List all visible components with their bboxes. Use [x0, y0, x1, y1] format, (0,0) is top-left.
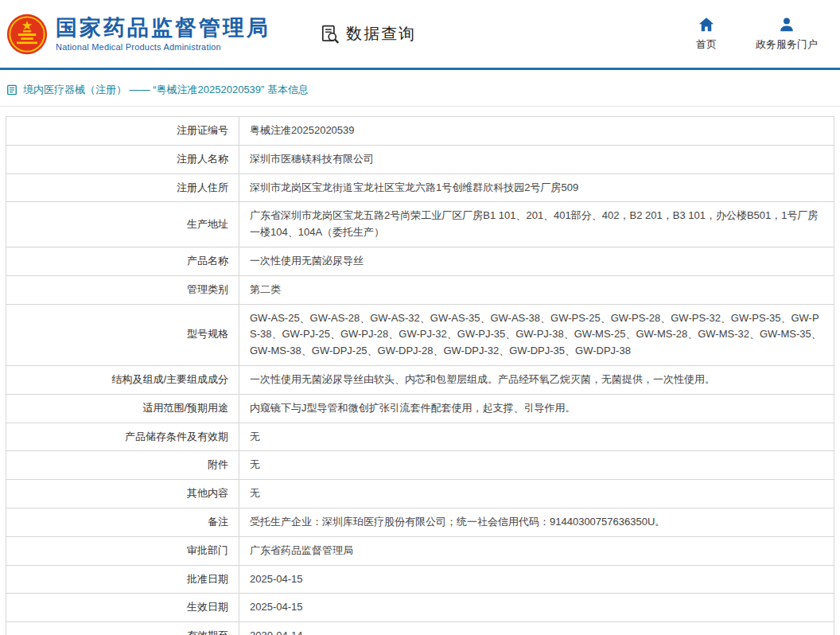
site-title: 国家药品监督管理局	[56, 16, 270, 41]
table-row: 适用范围/预期用途内窥镜下与J型导管和微创扩张引流套件配套使用，起支撑、引导作用…	[6, 394, 834, 423]
row-label: 型号规格	[6, 304, 239, 365]
row-label: 结构及组成/主要组成成分	[6, 365, 239, 394]
row-value: 2025-04-15	[239, 594, 834, 622]
row-value: 一次性使用无菌泌尿导丝	[239, 247, 834, 275]
nav-data-query-label: 数据查询	[346, 23, 416, 45]
row-value: 2030-04-14	[239, 622, 834, 635]
registration-info-section: 注册证编号粤械注准20252020539注册人名称深圳市医穗镁科技有限公司注册人…	[0, 107, 840, 635]
row-value: 深圳市龙岗区宝龙街道宝龙社区宝龙六路1号创维群欣科技园2号厂房509	[239, 173, 834, 202]
header-right-nav: 首页 政务服务门户	[690, 16, 818, 52]
site-logo[interactable]: 国家药品监督管理局 National Medical Products Admi…	[6, 14, 270, 55]
table-row: 审批部门广东省药品监督管理局	[6, 536, 834, 565]
row-value: 粤械注准20252020539	[239, 117, 834, 146]
row-label: 备注	[6, 508, 239, 536]
row-label: 注册人住所	[6, 173, 239, 202]
nav-home[interactable]: 首页	[690, 16, 722, 52]
header: 国家药品监督管理局 National Medical Products Admi…	[0, 0, 840, 70]
row-value: 无	[239, 423, 834, 451]
nav-portal-label: 政务服务门户	[756, 37, 818, 52]
row-value: 2025-04-15	[239, 565, 834, 594]
row-value: GW-AS-25、GW-AS-28、GW-AS-32、GW-AS-35、GW-A…	[239, 304, 834, 365]
table-row: 管理类别第二类	[6, 275, 834, 304]
row-value: 广东省深圳市龙岗区宝龙五路2号尚荣工业厂区厂房B1 101、201、401部分、…	[239, 202, 834, 247]
table-row: 生产地址广东省深圳市龙岗区宝龙五路2号尚荣工业厂区厂房B1 101、201、40…	[6, 202, 834, 247]
table-row: 有效期至2030-04-14	[6, 622, 834, 635]
logo-text: 国家药品监督管理局 National Medical Products Admi…	[56, 16, 270, 52]
row-value: 无	[239, 480, 834, 508]
table-row: 其他内容无	[6, 480, 834, 508]
home-icon	[698, 16, 715, 33]
row-label: 注册证编号	[6, 117, 239, 146]
row-label: 管理类别	[6, 275, 239, 304]
registration-info-table: 注册证编号粤械注准20252020539注册人名称深圳市医穗镁科技有限公司注册人…	[6, 116, 834, 635]
table-row: 注册证编号粤械注准20252020539	[6, 117, 834, 146]
table-row: 生效日期2025-04-15	[6, 594, 834, 622]
row-label: 生效日期	[6, 594, 239, 622]
row-label: 审批部门	[6, 536, 239, 565]
row-value: 无	[239, 451, 834, 480]
row-label: 适用范围/预期用途	[6, 394, 239, 423]
row-label: 批准日期	[6, 565, 239, 594]
row-value: 一次性使用无菌泌尿导丝由软头、内芯和包塑层组成。产品经环氧乙烷灭菌，无菌提供，一…	[239, 365, 834, 394]
table-row: 注册人住所深圳市龙岗区宝龙街道宝龙社区宝龙六路1号创维群欣科技园2号厂房509	[6, 173, 834, 202]
table-row: 产品储存条件及有效期无	[6, 423, 834, 451]
table-row: 附件无	[6, 451, 834, 480]
row-label: 注册人名称	[6, 145, 239, 173]
row-label: 产品名称	[6, 247, 239, 275]
page-icon	[6, 84, 18, 95]
document-search-icon	[320, 24, 340, 45]
breadcrumb-text: 境内医疗器械（注册） —— “粤械注准20252020539” 基本信息	[23, 83, 309, 97]
site-subtitle: National Medical Products Administration	[56, 42, 270, 52]
national-emblem-icon	[6, 14, 48, 55]
info-table-body: 注册证编号粤械注准20252020539注册人名称深圳市医穗镁科技有限公司注册人…	[6, 117, 834, 635]
row-value: 广东省药品监督管理局	[239, 536, 834, 565]
person-icon	[778, 16, 795, 33]
table-row: 批准日期2025-04-15	[6, 565, 834, 594]
table-row: 产品名称一次性使用无菌泌尿导丝	[6, 247, 834, 275]
nav-data-query[interactable]: 数据查询	[320, 23, 416, 45]
nav-home-label: 首页	[696, 37, 717, 52]
table-row: 结构及组成/主要组成成分一次性使用无菌泌尿导丝由软头、内芯和包塑层组成。产品经环…	[6, 365, 834, 394]
row-label: 生产地址	[6, 202, 239, 247]
row-label: 附件	[6, 451, 239, 480]
breadcrumb: 境内医疗器械（注册） —— “粤械注准20252020539” 基本信息	[0, 70, 840, 107]
table-row: 注册人名称深圳市医穗镁科技有限公司	[6, 145, 834, 173]
table-row: 备注受托生产企业：深圳库珀医疗股份有限公司；统一社会信用代码：914403007…	[6, 508, 834, 536]
row-label: 其他内容	[6, 480, 239, 508]
row-value: 深圳市医穗镁科技有限公司	[239, 145, 834, 173]
row-value: 第二类	[239, 275, 834, 304]
row-value: 受托生产企业：深圳库珀医疗股份有限公司；统一社会信用代码：91440300757…	[239, 508, 834, 536]
row-label: 有效期至	[6, 622, 239, 635]
nav-portal[interactable]: 政务服务门户	[756, 16, 818, 52]
row-label: 产品储存条件及有效期	[6, 423, 239, 451]
table-row: 型号规格GW-AS-25、GW-AS-28、GW-AS-32、GW-AS-35、…	[6, 304, 834, 365]
row-value: 内窥镜下与J型导管和微创扩张引流套件配套使用，起支撑、引导作用。	[239, 394, 834, 423]
